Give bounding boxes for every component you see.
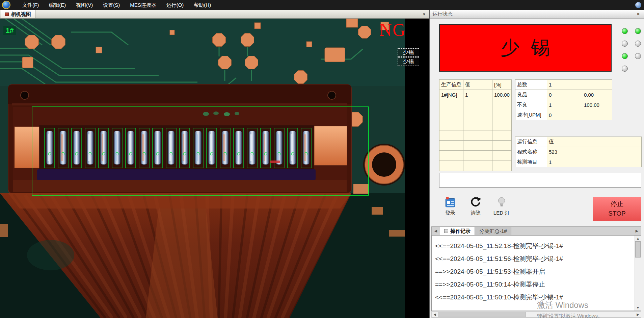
menu-item-2[interactable]: 视图(V) <box>71 0 98 10</box>
login-label: 登录 <box>439 210 461 216</box>
camera-viewport[interactable]: 1# NG 少锡少锡 <box>0 19 429 318</box>
scroll-down-icon[interactable]: ▼ <box>635 305 641 311</box>
log-line-0: <<==2024-05-05_11:52:18-检测完毕-少锡-1# <box>435 240 632 252</box>
table-cell <box>439 141 463 151</box>
stop-label-en: STOP <box>608 209 625 218</box>
scroll-right-icon[interactable]: ▶ <box>635 312 641 317</box>
menu-bar: 文件(F)编辑(E)视图(V)设置(S)MES连接器运行(O)帮助(H) <box>0 0 644 10</box>
table-cell: 检测项目 <box>515 157 547 167</box>
camera-pane: 相机视图 ▼ <box>0 10 429 318</box>
table-cell: 不良 <box>515 100 547 110</box>
table-cell <box>582 110 612 120</box>
close-icon[interactable]: × <box>635 11 641 17</box>
table-cell: 0 <box>547 90 582 100</box>
app-logo-icon <box>2 1 10 9</box>
panel-title: 运行状态 <box>432 11 453 17</box>
menu-item-3[interactable]: 设置(S) <box>98 0 125 10</box>
indicator-column-left <box>622 28 628 72</box>
status-led-off <box>622 41 628 47</box>
table-cell: 0 <box>547 110 582 120</box>
scroll-left-icon[interactable]: ◀ <box>432 312 438 317</box>
log-line-list: <<==2024-05-05_11:52:18-检测完毕-少锡-1#<<==20… <box>435 240 632 310</box>
table-header-cell: [%] <box>492 80 512 90</box>
led-label: LED 灯 <box>491 210 512 216</box>
vertical-scroll-thumb[interactable] <box>635 241 641 258</box>
table-cell: 523 <box>547 147 642 157</box>
menu-item-4[interactable]: MES连接器 <box>125 0 161 10</box>
camera-tab-label: 相机视图 <box>11 11 31 18</box>
table-cell <box>439 151 463 161</box>
log-tab-icon <box>444 229 448 233</box>
table-cell: 速率[UPM] <box>515 110 547 120</box>
table-cell: 100.00 <box>492 90 512 100</box>
table-cell <box>463 100 492 110</box>
production-table: 生产信息值[%]1#[NG]1100.00 <box>439 79 512 171</box>
inspection-result-ng: NG <box>379 20 406 40</box>
table-cell: 1#[NG] <box>439 90 463 100</box>
table-cell: 100.00 <box>582 100 612 110</box>
status-led-on <box>635 28 641 34</box>
table-cell: 0.00 <box>582 90 612 100</box>
clear-label: 清除 <box>465 210 486 216</box>
log-tab-scroll-right[interactable]: ▶ <box>633 229 641 235</box>
table-cell <box>463 120 492 130</box>
table-cell <box>582 80 612 90</box>
stop-button[interactable]: 停止 STOP <box>593 197 641 221</box>
horizontal-scroll-thumb[interactable] <box>438 312 526 317</box>
tab-class-summary[interactable]: 分类汇总-1# <box>475 227 511 235</box>
tab-overflow-button[interactable]: ▼ <box>422 12 426 16</box>
tray-status-icon[interactable] <box>635 2 641 8</box>
log-horizontal-scrollbar[interactable]: ◀ ▶ <box>431 311 641 318</box>
run-status-panel: 运行状态 × 少锡 生产信息值[%]1#[NG]1100.00 总数1良品00.… <box>429 10 644 318</box>
menu-item-6[interactable]: 帮助(H) <box>189 0 216 10</box>
status-led-off <box>635 53 641 59</box>
defect-banner: 少锡 <box>439 24 612 72</box>
menu-item-0[interactable]: 文件(F) <box>17 0 44 10</box>
tab-camera-view[interactable]: 相机视图 <box>1 10 35 18</box>
defect-tag-1: 少锡 <box>398 57 419 66</box>
table-header-cell: 值 <box>463 80 492 90</box>
camera-id-badge: 1# <box>3 26 16 35</box>
table-cell: 良品 <box>515 90 547 100</box>
pcb-inspection-image <box>0 19 405 318</box>
led-light-button[interactable]: LED 灯 <box>491 196 512 216</box>
status-led-on <box>622 53 628 59</box>
login-icon <box>444 196 457 209</box>
scroll-up-icon[interactable]: ▲ <box>635 236 641 241</box>
log-tab-scroll-left[interactable]: ◀ <box>432 229 440 235</box>
table-header-cell: 运行信息 <box>515 137 547 147</box>
table-cell <box>492 161 512 171</box>
log-line-4: <<==2024-05-05_11:50:10-检测完毕-少锡-1# <box>435 291 632 304</box>
table-cell <box>463 161 492 171</box>
clear-button[interactable]: 清除 <box>465 196 486 216</box>
menu-item-5[interactable]: 运行(O) <box>161 0 189 10</box>
tab-operation-log[interactable]: 操作记录 <box>440 227 475 235</box>
table-cell: 1 <box>547 80 582 90</box>
log-vertical-scrollbar[interactable]: ▲ ▼ <box>635 236 641 311</box>
log-line-3: ==>>2024-05-05_11:50:14-检测器停止 <box>435 278 632 291</box>
status-led-off <box>635 41 641 47</box>
table-header-cell: 生产信息 <box>439 80 463 90</box>
table-cell <box>463 151 492 161</box>
login-button[interactable]: 登录 <box>439 196 461 216</box>
table-cell: 1 <box>463 90 492 100</box>
status-led-off <box>622 66 628 72</box>
table-cell <box>492 110 512 120</box>
table-cell <box>492 151 512 161</box>
stop-label-cn: 停止 <box>611 199 623 209</box>
table-cell <box>492 100 512 110</box>
menu-items: 文件(F)编辑(E)视图(V)设置(S)MES连接器运行(O)帮助(H) <box>17 0 216 10</box>
message-box[interactable] <box>439 173 641 188</box>
table-cell <box>463 130 492 141</box>
menu-item-1[interactable]: 编辑(E) <box>44 0 71 10</box>
table-cell <box>492 141 512 151</box>
table-cell <box>463 141 492 151</box>
table-cell <box>492 120 512 130</box>
operation-log-box: <<==2024-05-05_11:52:18-检测完毕-少锡-1#<<==20… <box>431 235 641 311</box>
panel-titlebar: 运行状态 × <box>430 10 644 19</box>
table-cell: 1 <box>547 100 582 110</box>
table-cell <box>439 110 463 120</box>
table-cell <box>439 120 463 130</box>
table-cell <box>439 161 463 171</box>
table-cell: 总数 <box>515 80 547 90</box>
